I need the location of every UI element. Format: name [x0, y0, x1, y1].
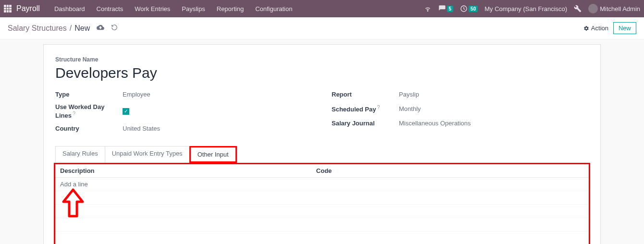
report-value[interactable]: Payslip [399, 91, 419, 98]
messages-badge: 5 [447, 6, 454, 12]
user-menu[interactable]: Mitchell Admin [588, 4, 640, 13]
nav-work-entries[interactable]: Work Entries [129, 0, 176, 17]
country-value[interactable]: United States [123, 125, 160, 132]
nav-dashboard[interactable]: Dashboard [49, 0, 91, 17]
avatar [588, 4, 598, 13]
breadcrumb-sep: / [70, 24, 72, 33]
navbar-left: Payroll Dashboard Contracts Work Entries… [4, 0, 298, 17]
app-brand[interactable]: Payroll [16, 4, 40, 13]
company-selector[interactable]: My Company (San Francisco) [484, 5, 567, 12]
form-sheet: Structure Name Developers Pay Type Emplo… [43, 44, 601, 244]
structure-name-label: Structure Name [55, 56, 589, 63]
other-input-table-highlight: Description Code Add a line [54, 163, 590, 244]
col-description[interactable]: Description [55, 164, 311, 178]
nav-payslips[interactable]: Payslips [176, 0, 211, 17]
breadcrumb-current: New [74, 24, 90, 33]
breadcrumb-icons [97, 24, 118, 33]
col-code[interactable]: Code [311, 164, 589, 178]
content: Structure Name Developers Pay Type Emplo… [0, 44, 644, 244]
other-input-table: Description Code Add a line [55, 164, 589, 244]
user-name: Mitchell Admin [600, 5, 640, 12]
tabs: Salary Rules Unpaid Work Entry Types Oth… [55, 146, 589, 163]
cloud-save-icon[interactable] [97, 24, 104, 33]
scheduled-pay-value[interactable]: Monthly [399, 105, 421, 112]
tab-other-input[interactable]: Other Input [189, 146, 237, 163]
discard-icon[interactable] [111, 24, 118, 32]
tab-unpaid-work-entry-types[interactable]: Unpaid Work Entry Types [105, 146, 190, 163]
action-label: Action [591, 24, 608, 32]
messages-icon[interactable]: 5 [438, 5, 454, 12]
table-row [55, 191, 589, 205]
worked-day-lines-checkbox[interactable]: ✓ [123, 108, 129, 115]
svg-point-0 [427, 11, 428, 11]
new-button[interactable]: New [613, 22, 636, 34]
table-row [55, 205, 589, 218]
breadcrumb-right: Action New [583, 22, 636, 34]
activity-icon[interactable]: 50 [460, 5, 478, 12]
breadcrumb-bar: Salary Structures / New Action New [0, 17, 644, 39]
activity-badge: 50 [469, 6, 478, 12]
type-label: Type [55, 91, 123, 98]
table-row [55, 218, 589, 232]
type-value[interactable]: Employee [123, 91, 150, 98]
action-dropdown[interactable]: Action [583, 24, 608, 32]
form-col-right: Report Payslip Scheduled Pay? Monthly Sa… [332, 89, 589, 137]
apps-icon[interactable] [4, 5, 12, 12]
nav-reporting[interactable]: Reporting [211, 0, 249, 17]
tools-icon[interactable] [574, 5, 582, 12]
form-col-left: Type Employee Use Worked Day Lines? ✓ Co… [55, 89, 312, 137]
navbar-right: 5 50 My Company (San Francisco) Mitchell… [424, 4, 640, 13]
wifi-icon[interactable] [424, 5, 432, 12]
scheduled-pay-label: Scheduled Pay? [332, 104, 399, 113]
nav-configuration[interactable]: Configuration [249, 0, 298, 17]
top-navbar: Payroll Dashboard Contracts Work Entries… [0, 0, 644, 17]
country-label: Country [55, 125, 123, 132]
form-columns: Type Employee Use Worked Day Lines? ✓ Co… [55, 89, 589, 137]
salary-journal-label: Salary Journal [332, 120, 399, 127]
salary-journal-value[interactable]: Miscellaneous Operations [399, 120, 471, 127]
breadcrumb-parent[interactable]: Salary Structures [8, 24, 67, 33]
breadcrumb: Salary Structures / New [8, 24, 90, 33]
worked-day-lines-label: Use Worked Day Lines? [55, 103, 123, 119]
tab-salary-rules[interactable]: Salary Rules [55, 146, 105, 163]
add-a-line[interactable]: Add a line [60, 181, 88, 188]
gear-icon [583, 25, 589, 31]
table-row: Add a line [55, 178, 589, 191]
nav-contracts[interactable]: Contracts [91, 0, 129, 17]
table-row [55, 232, 589, 244]
structure-name-value[interactable]: Developers Pay [55, 65, 589, 81]
report-label: Report [332, 91, 399, 98]
